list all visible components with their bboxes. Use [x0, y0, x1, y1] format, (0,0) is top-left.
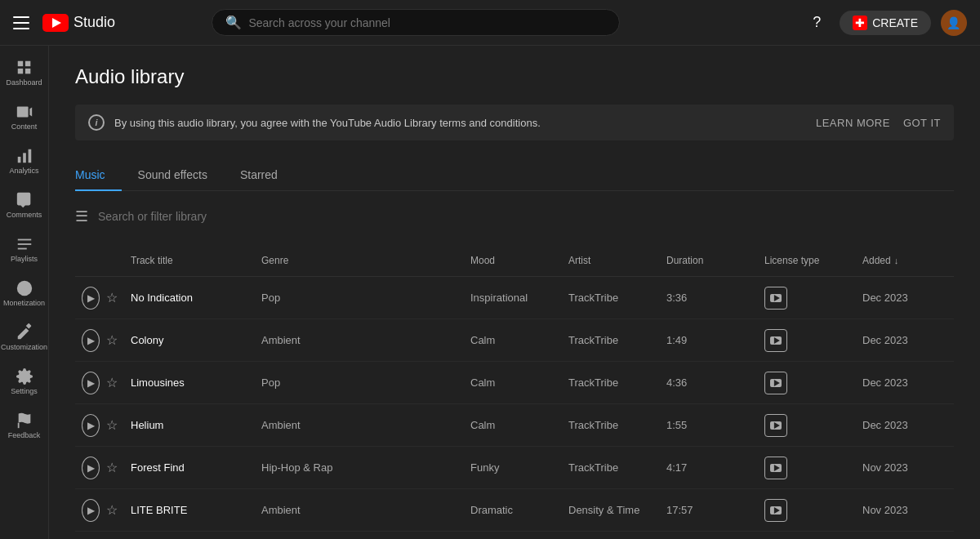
- track-genre-3: Ambient: [255, 416, 464, 434]
- filter-bar: ☰: [75, 207, 954, 232]
- filter-input[interactable]: [98, 210, 241, 223]
- license-yt-button-4[interactable]: [764, 457, 787, 479]
- yt-small-icon-5: [770, 506, 782, 514]
- track-artist-4: TrackTribe: [562, 458, 660, 477]
- track-genre-5: Ambient: [255, 501, 464, 519]
- col-added[interactable]: Added ↓: [856, 252, 954, 270]
- yt-small-icon-0: [770, 294, 782, 302]
- track-duration-2: 4:36: [660, 373, 758, 392]
- avatar[interactable]: 👤: [941, 10, 967, 36]
- track-title-0: No Indication: [124, 288, 255, 307]
- star-button-1[interactable]: ☆: [106, 332, 118, 348]
- license-yt-button-5[interactable]: [764, 499, 787, 522]
- star-button-0[interactable]: ☆: [106, 290, 118, 305]
- sort-icon: ↓: [894, 256, 899, 265]
- track-artist-5: Density & Time: [562, 501, 660, 519]
- sidebar-item-settings[interactable]: Settings: [0, 361, 48, 402]
- play-button-2[interactable]: ▶: [82, 372, 100, 394]
- logo[interactable]: Studio: [42, 14, 115, 32]
- avatar-initials: 👤: [947, 16, 960, 29]
- search-input[interactable]: [248, 16, 606, 29]
- col-title: Track title: [124, 252, 255, 270]
- license-yt-button-3[interactable]: [764, 414, 787, 437]
- sidebar-item-dashboard-label: Dashboard: [6, 78, 42, 87]
- sidebar-item-dashboard[interactable]: Dashboard: [0, 52, 48, 93]
- yt-small-icon-1: [770, 336, 782, 345]
- play-button-3[interactable]: ▶: [82, 414, 100, 437]
- row-controls-1: ▶ ☆: [75, 326, 124, 355]
- help-button[interactable]: ?: [804, 10, 830, 36]
- track-mood-4: Funky: [464, 458, 562, 477]
- sidebar-item-comments[interactable]: Comments: [0, 185, 48, 225]
- track-mood-3: Calm: [464, 416, 562, 434]
- track-artist-1: TrackTribe: [562, 331, 660, 350]
- play-button-1[interactable]: ▶: [82, 329, 100, 352]
- play-button-0[interactable]: ▶: [82, 287, 100, 310]
- search-icon: 🔍: [225, 15, 242, 30]
- track-genre-0: Pop: [255, 288, 464, 307]
- svg-rect-2: [17, 69, 22, 74]
- svg-rect-6: [17, 157, 20, 163]
- flag-icon: [16, 412, 33, 430]
- table-row: ▶ ☆ Helium Ambient Calm TrackTribe 1:55 …: [75, 404, 954, 447]
- col-artist: Artist: [562, 252, 660, 270]
- grid-icon: [16, 59, 33, 77]
- license-yt-button-2[interactable]: [764, 372, 787, 394]
- sidebar-item-customization-label: Customization: [1, 343, 47, 351]
- page-title: Audio library: [75, 65, 954, 88]
- got-it-link[interactable]: GOT IT: [903, 117, 941, 129]
- create-button[interactable]: ✚ CREATE: [840, 11, 931, 35]
- col-controls: [75, 252, 124, 270]
- track-license-4: [758, 453, 856, 483]
- filter-icon[interactable]: ☰: [75, 207, 88, 225]
- col-mood: Mood: [464, 252, 562, 270]
- table-row: ▶ ☆ Forest Find Hip-Hop & Rap Funky Trac…: [75, 447, 954, 489]
- star-button-4[interactable]: ☆: [106, 460, 118, 475]
- notice-left: i By using this audio library, you agree…: [88, 114, 541, 131]
- track-license-0: [758, 283, 856, 313]
- track-artist-0: TrackTribe: [562, 288, 660, 307]
- table-row: ▶ ☆ Limousines Pop Calm TrackTribe 4:36 …: [75, 362, 954, 404]
- comment-icon: [16, 191, 33, 209]
- sidebar-item-playlists[interactable]: Playlists: [0, 229, 48, 270]
- tab-sound-effects[interactable]: Sound effects: [122, 160, 224, 191]
- yt-small-icon-2: [770, 379, 782, 387]
- track-title-5: LITE BRITE: [124, 501, 255, 519]
- track-license-5: [758, 496, 856, 525]
- row-controls-2: ▶ ☆: [75, 368, 124, 398]
- nav-right: ? ✚ CREATE 👤: [804, 10, 967, 36]
- top-navigation: Studio 🔍 ? ✚ CREATE 👤: [0, 0, 980, 46]
- license-yt-button-0[interactable]: [764, 287, 787, 310]
- track-mood-1: Calm: [464, 331, 562, 350]
- star-button-3[interactable]: ☆: [106, 417, 118, 433]
- table-header: Track title Genre Mood Artist Duration L…: [75, 245, 954, 277]
- track-added-1: Dec 2023: [856, 331, 954, 350]
- license-yt-button-1[interactable]: [764, 329, 787, 352]
- menu-button[interactable]: [13, 13, 33, 33]
- sidebar-item-content-label: Content: [11, 122, 38, 131]
- sidebar-item-feedback[interactable]: Feedback: [0, 405, 48, 446]
- yt-small-icon-4: [770, 464, 782, 472]
- sidebar-item-monetization[interactable]: Monetization: [0, 273, 48, 314]
- play-button-4[interactable]: ▶: [82, 457, 100, 479]
- star-button-5[interactable]: ☆: [106, 502, 118, 518]
- sidebar-item-customization[interactable]: Customization: [0, 317, 48, 358]
- tab-starred[interactable]: Starred: [224, 160, 294, 191]
- search-bar[interactable]: 🔍: [212, 9, 620, 36]
- learn-more-link[interactable]: LEARN MORE: [816, 117, 890, 129]
- col-license: License type: [758, 252, 856, 270]
- track-license-3: [758, 411, 856, 440]
- star-button-2[interactable]: ☆: [106, 375, 118, 390]
- sidebar-item-content[interactable]: Content: [0, 96, 48, 137]
- play-button-5[interactable]: ▶: [82, 499, 100, 522]
- track-duration-5: 17:57: [660, 501, 758, 519]
- yt-small-icon-3: [770, 421, 782, 430]
- track-duration-4: 4:17: [660, 458, 758, 477]
- sidebar-item-analytics[interactable]: Analytics: [0, 140, 48, 181]
- track-artist-3: TrackTribe: [562, 416, 660, 434]
- track-duration-0: 3:36: [660, 288, 758, 307]
- youtube-icon: [42, 14, 69, 32]
- row-controls-4: ▶ ☆: [75, 453, 124, 483]
- tab-music[interactable]: Music: [75, 160, 122, 191]
- notice-banner: i By using this audio library, you agree…: [75, 105, 954, 140]
